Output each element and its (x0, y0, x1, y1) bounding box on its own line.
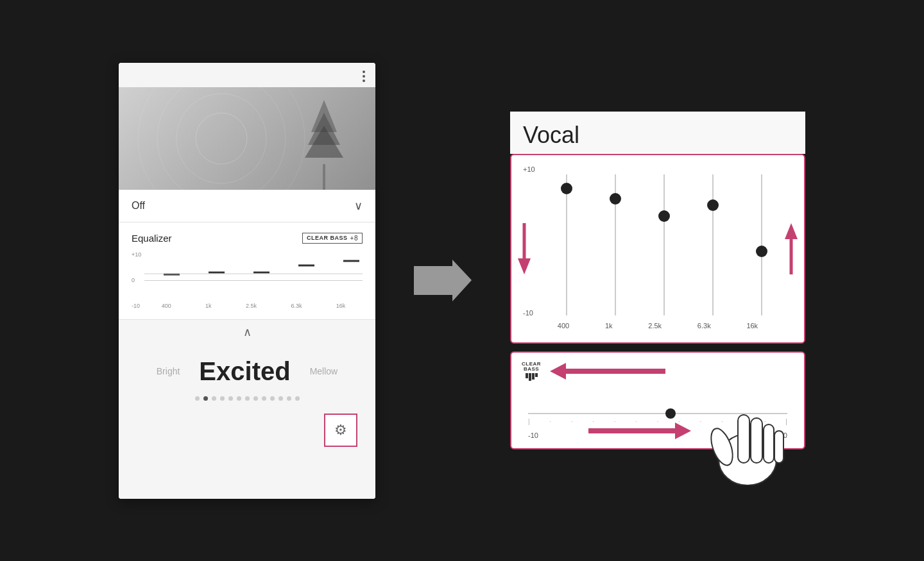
clear-bass-badge: CLEAR BASS +8 (302, 233, 363, 244)
cb-bar4 (535, 373, 538, 377)
svg-point-0 (196, 113, 247, 164)
eq-bottom-label: -10 (132, 303, 141, 309)
dot2 (363, 75, 365, 78)
dot-11 (287, 396, 291, 401)
eq-freq-labels: 400 1k 2.5k 6.3k 16k (144, 303, 363, 309)
phone-panel: Off ∨ Equalizer CLEAR BASS +8 +10 0 -10 (119, 63, 375, 499)
hand-svg (703, 383, 792, 485)
clear-bass-logo-bars (526, 373, 538, 381)
eq-panel-graph: +10 -10 (522, 165, 794, 332)
dot-10 (278, 396, 283, 401)
svg-rect-32 (738, 415, 749, 463)
right-panel-wrapper: Vocal +10 -10 (510, 112, 805, 449)
sound-modes: Bright Excited Mellow (132, 357, 363, 386)
dot-8 (262, 396, 266, 401)
dot-9 (270, 396, 275, 401)
direction-arrow (414, 260, 472, 301)
dot-6 (245, 396, 250, 401)
overflow-menu-button[interactable] (363, 71, 365, 82)
svg-rect-4 (323, 164, 325, 190)
svg-point-22 (610, 193, 621, 205)
cb-slider-knob[interactable] (665, 408, 676, 419)
eq-panel-bottom-label: -10 (523, 309, 533, 317)
equalizer-section: Equalizer CLEAR BASS +8 +10 0 -10 (119, 222, 375, 320)
dot1 (363, 71, 365, 73)
dropdown-chevron-icon: ∨ (354, 199, 363, 213)
clear-bass-value: +8 (350, 235, 358, 242)
equalizer-title: Equalizer (132, 233, 172, 244)
gear-icon: ⚙ (334, 422, 347, 439)
svg-marker-14 (414, 260, 472, 301)
eq-zero-label: 0 (132, 277, 141, 283)
eq-freq-25k: 2.5k (648, 322, 662, 330)
svg-rect-34 (764, 424, 774, 463)
dot-12 (295, 396, 300, 401)
dot-3 (220, 396, 225, 401)
svg-point-1 (176, 94, 266, 183)
arrow-svg (414, 260, 472, 301)
off-label: Off (132, 200, 145, 212)
vocal-section: Vocal (510, 112, 805, 154)
bright-mode-label[interactable]: Bright (157, 366, 180, 376)
dot-0 (195, 396, 200, 401)
dot-1 (203, 396, 208, 401)
eq-top-label: +10 (132, 251, 141, 258)
eq-panel-top-label: +10 (523, 165, 535, 173)
freq-1k: 1k (205, 303, 212, 309)
freq-400: 400 (162, 303, 171, 309)
sound-mode-section: Bright Excited Mellow (119, 344, 375, 499)
cb-bar2 (529, 373, 531, 381)
dot3 (363, 80, 365, 82)
mellow-mode-label[interactable]: Mellow (310, 366, 338, 376)
eq-y-labels: +10 0 -10 (132, 251, 141, 309)
dot-5 (237, 396, 241, 401)
eq-panel[interactable]: +10 -10 (510, 154, 805, 344)
collapse-button[interactable]: ∧ (119, 320, 375, 344)
freq-25k: 2.5k (246, 303, 257, 309)
svg-marker-29 (550, 363, 665, 380)
svg-rect-35 (774, 431, 783, 463)
settings-btn-container: ⚙ (132, 414, 363, 447)
eq-freq-400: 400 (558, 322, 569, 330)
eq-header: Equalizer CLEAR BASS +8 (132, 233, 363, 244)
clear-bass-label: CLEAR BASS (307, 235, 348, 241)
album-art (119, 87, 375, 190)
album-art-svg (119, 87, 375, 190)
svg-point-24 (658, 210, 670, 222)
eq-freq-1k: 1k (605, 322, 613, 330)
dot-7 (253, 396, 258, 401)
freq-16k: 16k (336, 303, 346, 309)
pagination-dots (195, 396, 300, 401)
phone-header (119, 63, 375, 87)
clear-bass-logo-text2: BASS (524, 367, 539, 372)
svg-point-3 (138, 87, 305, 190)
dot-4 (228, 396, 233, 401)
eq-freq-63k: 6.3k (697, 322, 711, 330)
dot-2 (212, 396, 216, 401)
cb-bar1 (526, 373, 528, 378)
main-container: Off ∨ Equalizer CLEAR BASS +8 +10 0 -10 (0, 0, 924, 561)
eq-sliders-svg (540, 174, 776, 315)
eq-freq-16k: 16k (746, 322, 758, 330)
svg-point-28 (756, 246, 767, 257)
eq-panel-freq-labels: 400 1k 2.5k 6.3k 16k (540, 322, 776, 330)
eq-bars-svg (144, 251, 363, 296)
eq-graph: +10 0 -10 400 1k (132, 251, 363, 309)
cb-arrow-left-svg (550, 363, 665, 380)
svg-point-26 (707, 199, 719, 211)
collapse-chevron-icon: ∧ (243, 325, 252, 339)
vocal-title: Vocal (523, 122, 579, 148)
cb-bar3 (532, 373, 535, 380)
off-section[interactable]: Off ∨ (119, 190, 375, 222)
settings-button[interactable]: ⚙ (324, 414, 357, 447)
svg-rect-33 (751, 418, 762, 463)
clear-bass-logo: CLEAR BASS (522, 362, 541, 381)
freq-63k: 6.3k (291, 303, 302, 309)
hand-illustration (703, 383, 792, 488)
cb-min-label: -10 (528, 431, 538, 439)
active-mode-label[interactable]: Excited (199, 357, 290, 386)
svg-point-20 (561, 183, 572, 194)
